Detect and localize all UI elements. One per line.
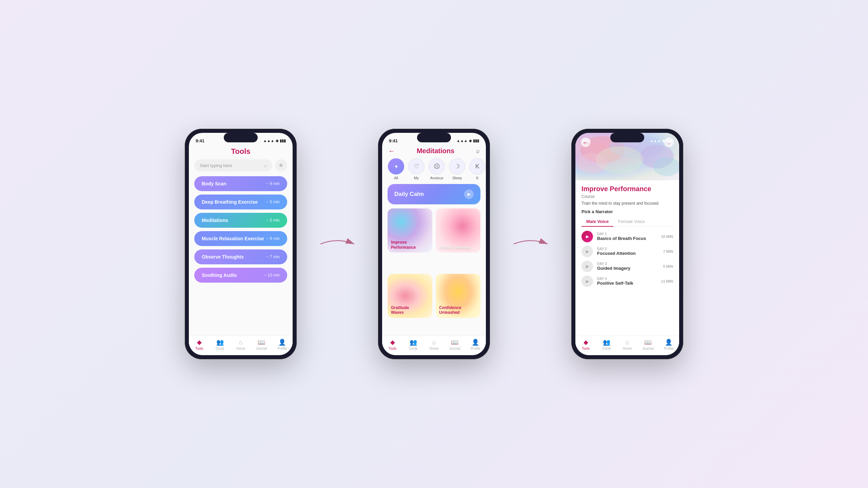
tool-label-2: Deep Breathing Exercise xyxy=(202,199,258,205)
med-card-improve-performance[interactable]: ImprovePerformance xyxy=(388,208,432,252)
day-name-2: Focused Attention xyxy=(597,251,659,256)
day-info-2: DAY 2 Focused Attention xyxy=(597,247,659,256)
daily-calm-banner[interactable]: Daily Calm ▶ xyxy=(388,184,480,204)
nav-tools-3[interactable]: ◆ Tools xyxy=(577,339,594,350)
category-icon-k: K xyxy=(469,158,486,175)
sleep-icon: ☽ xyxy=(454,163,460,170)
profile-nav-icon-3: 👤 xyxy=(665,339,672,346)
nav-home-label-3: Home xyxy=(623,347,632,350)
play-btn-day1[interactable]: ▶ xyxy=(581,231,593,242)
tool-item-meditations[interactable]: Meditations ~ 5 min xyxy=(194,213,287,228)
nav-profile-2[interactable]: 👤 Profile xyxy=(467,339,484,350)
nav-circle-label: Circle xyxy=(216,347,224,350)
home-nav-icon-2: ⌂ xyxy=(432,339,436,346)
circle-nav-icon: 👥 xyxy=(216,339,224,346)
nav-journal-3[interactable]: 📖 Journal xyxy=(639,339,656,350)
card-label-confidence: ConfidenceUnleashed xyxy=(439,305,461,315)
day-item-4[interactable]: ▶ DAY 4 Positive Self-Talk 11 MIN xyxy=(581,276,673,287)
med-card-gratitude-waves[interactable]: GratitudeWaves xyxy=(388,274,432,318)
wifi-icon: ◈ xyxy=(276,139,278,143)
category-label-my: My xyxy=(414,176,419,180)
status-icons-1: ▲▲▲ ◈ ▮▮▮ xyxy=(263,139,286,143)
play-btn-day4[interactable]: ▶ xyxy=(581,276,593,287)
day-item-3[interactable]: ▶ DAY 3 Guided Imagery 5 MIN xyxy=(581,261,673,272)
narrator-tab-male[interactable]: Male Voice xyxy=(581,217,613,227)
nav-circle-1[interactable]: 👥 Circle xyxy=(212,339,229,350)
day-name-1: Basics of Breath Focus xyxy=(597,236,657,241)
category-icon-anxious: ☹ xyxy=(429,158,445,175)
nav-profile-1[interactable]: 👤 Profile xyxy=(274,339,291,350)
day-number-3: DAY 3 xyxy=(597,262,659,266)
tool-item-soothing-audio[interactable]: Soothing Audio ~ 10 min xyxy=(194,268,287,283)
anxious-icon: ☹ xyxy=(434,163,440,170)
phone-notch-3 xyxy=(610,133,644,142)
category-anxious[interactable]: ☹ Anxious xyxy=(428,158,445,180)
course-content: Improve Performance Course Train the min… xyxy=(575,180,679,336)
card-label-anxiety: Anxiety Release xyxy=(439,245,470,250)
signal-icon-2: ▲▲▲ xyxy=(456,139,468,143)
back-button-2[interactable]: ← xyxy=(388,147,395,155)
journal-nav-icon-3: 📖 xyxy=(644,339,652,346)
tool-item-body-scan[interactable]: Body Scan ~ 9 min xyxy=(194,176,287,191)
category-my[interactable]: ♡ My xyxy=(408,158,425,180)
filter-button[interactable]: ⚟ xyxy=(275,159,287,171)
nav-circle-label-2: Circle xyxy=(409,347,418,350)
arrow-2-container xyxy=(510,234,551,254)
phone-meditations: 9:41 ▲▲▲ ◈ ▮▮▮ ← Meditations ⌕ ✦ xyxy=(378,129,490,359)
daily-calm-play-button[interactable]: ▶ xyxy=(464,189,474,199)
nav-home-2[interactable]: ⌂ Home xyxy=(426,339,442,350)
narrator-tabs: Male Voice Female Voice xyxy=(581,217,673,227)
category-k[interactable]: K K xyxy=(469,158,486,180)
day-duration-2: 7 MIN xyxy=(663,249,673,253)
nav-journal-1[interactable]: 📖 Journal xyxy=(253,339,270,350)
nav-home-label-2: Home xyxy=(430,347,439,350)
meditations-header: ← Meditations ⌕ xyxy=(382,145,486,158)
day-number-1: DAY 1 xyxy=(597,232,657,236)
nav-journal-label-3: Journal xyxy=(643,347,654,350)
category-label-k: K xyxy=(476,176,478,180)
daily-calm-title: Daily Calm xyxy=(394,191,424,198)
nav-profile-3[interactable]: 👤 Profile xyxy=(660,339,677,350)
nav-circle-label-3: Circle xyxy=(602,347,611,350)
arrow-1-container xyxy=(317,234,358,254)
nav-circle-2[interactable]: 👥 Circle xyxy=(405,339,422,350)
play-btn-day3[interactable]: ▶ xyxy=(581,261,593,272)
wifi-icon-3: ◈ xyxy=(662,139,665,143)
signal-icon-3: ▲▲▲ xyxy=(650,139,661,143)
tool-item-observe-thoughts[interactable]: Observe Thoughts ~ 7 min xyxy=(194,249,287,264)
profile-nav-icon: 👤 xyxy=(278,339,286,346)
narrator-tab-female[interactable]: Female Voice xyxy=(613,217,650,227)
nav-circle-3[interactable]: 👥 Circle xyxy=(598,339,615,350)
status-icons-2: ▲▲▲ ◈ ▮▮▮ xyxy=(456,139,479,143)
screen-meditations: 9:41 ▲▲▲ ◈ ▮▮▮ ← Meditations ⌕ ✦ xyxy=(382,133,486,355)
search-icon: ⌕ xyxy=(264,163,267,168)
day-duration-3: 5 MIN xyxy=(663,264,673,268)
search-input[interactable]: Start typing here ⌕ xyxy=(194,159,272,171)
category-icon-all: ✦ xyxy=(388,158,404,175)
status-time-2: 9:41 xyxy=(389,138,398,143)
nav-tools-2[interactable]: ◆ Tools xyxy=(384,339,401,350)
card-label-improve: ImprovePerformance xyxy=(391,240,416,250)
tool-item-deep-breathing[interactable]: Deep Breathing Exercise ~ 5 min xyxy=(194,195,287,209)
tools-title: Tools xyxy=(189,145,293,159)
med-card-anxiety-release[interactable]: Anxiety Release xyxy=(436,208,480,252)
category-icon-my: ♡ xyxy=(408,158,425,175)
med-card-confidence-unleashed[interactable]: ConfidenceUnleashed xyxy=(436,274,480,318)
category-sleep[interactable]: ☽ Sleep xyxy=(449,158,466,180)
nav-tools-1[interactable]: ◆ Tools xyxy=(191,339,208,350)
nav-home-1[interactable]: ⌂ Home xyxy=(232,339,249,350)
day-duration-4: 11 MIN xyxy=(661,279,673,283)
nav-tools-label-3: Tools xyxy=(582,347,590,350)
day-item-2[interactable]: ▶ DAY 2 Focused Attention 7 MIN xyxy=(581,246,673,257)
day-item-1[interactable]: ▶ DAY 1 Basics of Breath Focus 10 MIN xyxy=(581,231,673,242)
home-nav-icon-3: ⌂ xyxy=(626,339,629,346)
tool-time-5: ~ 7 min xyxy=(266,255,280,259)
nav-home-3[interactable]: ⌂ Home xyxy=(619,339,636,350)
tools-nav-icon-3: ◆ xyxy=(584,339,588,346)
play-btn-day2[interactable]: ▶ xyxy=(581,246,593,257)
tools-nav-icon-2: ◆ xyxy=(390,339,395,346)
category-all[interactable]: ✦ All xyxy=(388,158,405,180)
search-button-2[interactable]: ⌕ xyxy=(476,147,480,155)
tool-item-muscle-relaxation[interactable]: Muscle Relaxation Exercise ~ 9 min xyxy=(194,231,287,246)
nav-journal-2[interactable]: 📖 Journal xyxy=(446,339,463,350)
